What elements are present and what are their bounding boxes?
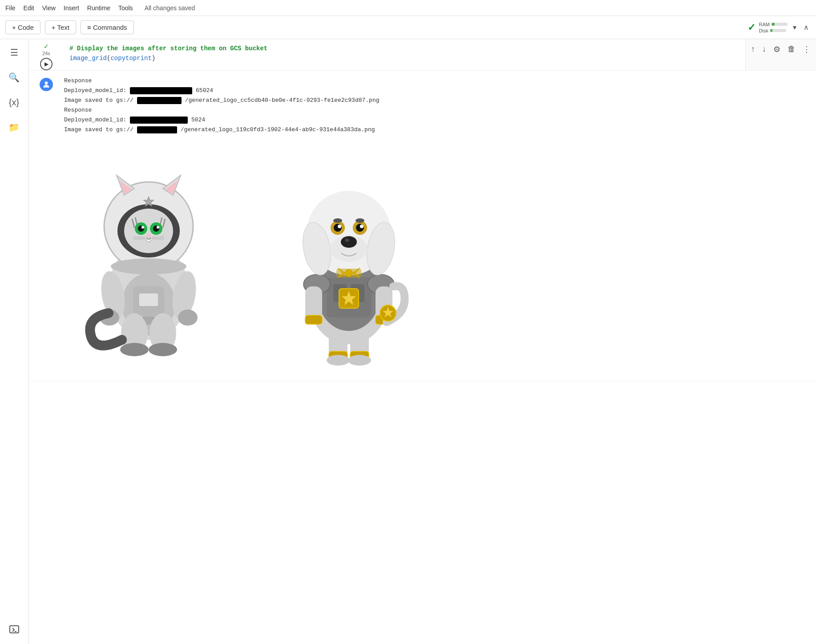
add-text-button[interactable]: + Text <box>45 20 76 34</box>
svg-point-33 <box>141 226 144 229</box>
output-line-3: Deployed_model_id: 5024 <box>64 115 816 125</box>
code-func-name: image_grid <box>69 55 107 62</box>
suffix-1: 65024 <box>196 87 213 94</box>
response-label-1: Response <box>64 76 816 86</box>
toolbar: + Code + Text ≡ Commands ✓ RAM Disk ▾ <box>0 16 816 39</box>
disk-bar-fill <box>770 29 772 32</box>
svg-point-73 <box>355 218 364 223</box>
disk-bar <box>770 29 786 32</box>
svg-point-64 <box>341 236 357 248</box>
toolbar-right: ✓ RAM Disk ▾ ∧ <box>747 21 811 33</box>
code-close-paren: ) <box>152 55 155 62</box>
suffix-4: /generated_logo_119c0fd3-1902-44e4-ab9c-… <box>181 126 375 133</box>
svg-point-58 <box>327 355 350 366</box>
menu-edit[interactable]: Edit <box>24 4 34 12</box>
sidebar-variables-icon[interactable]: {x} <box>6 94 22 110</box>
move-up-button[interactable]: ↑ <box>749 43 757 56</box>
svg-rect-6 <box>139 293 158 306</box>
add-code-button[interactable]: + Code <box>5 20 40 34</box>
sidebar-menu-icon[interactable]: ☰ <box>6 44 22 60</box>
ram-label: RAM <box>759 22 770 27</box>
more-options-button[interactable]: ⋮ <box>801 43 812 56</box>
menu-insert[interactable]: Insert <box>64 4 79 12</box>
svg-point-12 <box>149 343 177 356</box>
commands-label: ≡ Commands <box>87 24 127 31</box>
svg-point-19 <box>111 258 186 274</box>
image-saved-prefix-1: Image saved to gs:// <box>64 97 133 104</box>
code-cell: ✓ 24s ▶ # Display the images after stori… <box>28 39 816 71</box>
connected-checkmark-icon: ✓ <box>747 22 755 33</box>
add-code-label: + Code <box>12 24 34 31</box>
output-content: Response Deployed_model_id: 65024 Image … <box>64 76 816 375</box>
svg-point-35 <box>146 234 151 237</box>
output-avatar-icon <box>40 78 53 91</box>
svg-rect-77 <box>336 269 361 278</box>
output-line-1: Deployed_model_id: 65024 <box>64 86 816 96</box>
svg-point-71 <box>360 225 364 228</box>
svg-point-24 <box>124 209 173 253</box>
svg-point-34 <box>157 226 159 229</box>
move-down-button[interactable]: ↓ <box>760 43 768 56</box>
sidebar-files-icon[interactable]: 📁 <box>6 119 22 135</box>
code-line: image_grid(copytoprint) <box>69 53 740 63</box>
menu-view[interactable]: View <box>42 4 56 12</box>
svg-point-65 <box>345 238 349 242</box>
code-comment-text: # Display the images after storing them … <box>69 45 267 52</box>
output-gutter <box>28 76 64 375</box>
commands-button[interactable]: ≡ Commands <box>81 20 134 34</box>
cell-gutter: ✓ 24s ▶ <box>28 39 64 70</box>
ram-bar <box>772 23 788 26</box>
collapse-toolbar-icon[interactable]: ∧ <box>802 21 811 33</box>
sidebar-terminal-icon[interactable] <box>9 624 20 637</box>
content-area: ✓ 24s ▶ # Display the images after stori… <box>28 39 816 644</box>
output-cell: Response Deployed_model_id: 65024 Image … <box>28 71 816 381</box>
main-layout: ☰ 🔍 {x} 📁 ✓ 24s ▶ # Display <box>0 39 816 644</box>
cell-toolbar-right: ↑ ↓ ⚙ 🗑 ⋮ <box>745 39 816 70</box>
delete-cell-button[interactable]: 🗑 <box>786 43 797 56</box>
svg-point-11 <box>120 343 149 356</box>
run-cell-button[interactable]: ▶ <box>40 58 53 70</box>
dog-armor-image <box>269 153 429 366</box>
disk-label: Disk <box>759 28 768 33</box>
redacted-3 <box>130 117 188 124</box>
suffix-3: 5024 <box>191 117 205 123</box>
svg-point-16 <box>178 310 198 326</box>
toolbar-left: + Code + Text ≡ Commands <box>5 20 747 34</box>
cell-check-icon: ✓ <box>44 43 49 50</box>
left-sidebar: ☰ 🔍 {x} 📁 <box>0 39 28 644</box>
output-line-4: Image saved to gs:// /generated_logo_119… <box>64 125 816 135</box>
deployed-model-label-2: Deployed_model_id: <box>64 117 130 123</box>
redacted-4 <box>137 126 177 133</box>
image-saved-prefix-2: Image saved to gs:// <box>64 126 133 133</box>
redacted-2 <box>137 97 182 104</box>
svg-point-59 <box>348 355 371 366</box>
sidebar-search-icon[interactable]: 🔍 <box>6 69 22 85</box>
svg-point-72 <box>333 218 342 223</box>
save-status: All changes saved <box>145 4 195 12</box>
menu-file[interactable]: File <box>5 4 16 12</box>
cell-status: ✓ 24s <box>42 43 50 56</box>
ram-bar-fill <box>772 23 775 26</box>
disk-indicator: Disk <box>759 28 788 33</box>
cell-time: 24s <box>42 51 50 56</box>
response-label-2: Response <box>64 105 816 115</box>
cat-astronaut-image <box>64 144 233 366</box>
svg-point-2 <box>45 81 48 85</box>
add-text-label: + Text <box>52 24 69 31</box>
code-content[interactable]: # Display the images after storing them … <box>64 39 745 70</box>
suffix-2: /generated_logo_cc5cdb40-be0e-4f1c-9293-… <box>185 97 380 104</box>
deployed-model-label-1: Deployed_model_id: <box>64 87 130 94</box>
image-grid-output <box>64 135 816 375</box>
output-line-2: Image saved to gs:// /generated_logo_cc5… <box>64 96 816 105</box>
svg-point-70 <box>338 225 341 228</box>
menu-bar: File Edit View Insert Runtime Tools All … <box>0 0 816 16</box>
cell-settings-button[interactable]: ⚙ <box>772 43 782 56</box>
svg-rect-52 <box>305 315 322 324</box>
menu-tools[interactable]: Tools <box>118 4 133 12</box>
resource-dropdown-icon[interactable]: ▾ <box>791 21 798 33</box>
code-arg: copytoprint <box>110 55 151 62</box>
menu-runtime[interactable]: Runtime <box>87 4 110 12</box>
redacted-1 <box>130 87 192 94</box>
code-comment-line: # Display the images after storing them … <box>69 44 740 53</box>
resource-indicators: RAM Disk <box>759 22 788 33</box>
